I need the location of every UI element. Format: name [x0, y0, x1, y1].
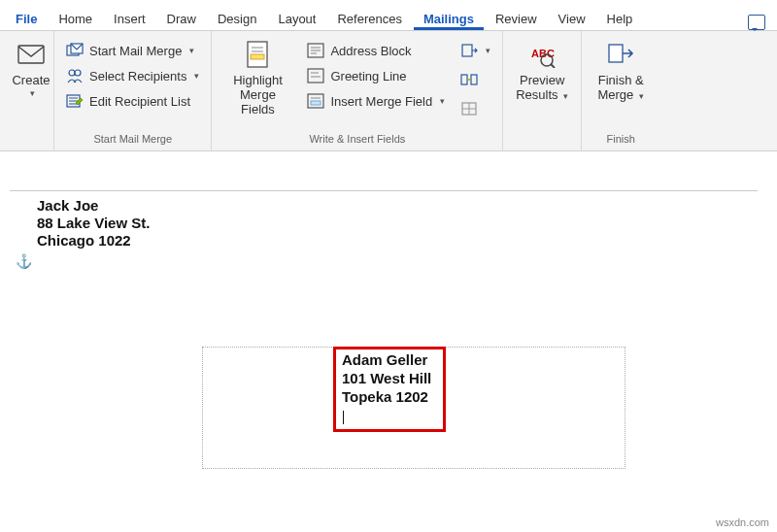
finish-label-2: Merge: [597, 87, 633, 102]
insert-field-icon: [307, 92, 324, 110]
rules-icon: [460, 42, 478, 59]
recipient-city: Topeka 1202: [342, 388, 437, 407]
envelopes-create-button[interactable]: Create ▾: [8, 35, 54, 102]
chevron-down-icon: ▾: [189, 46, 194, 55]
preview-icon: ABC: [526, 39, 557, 70]
document-canvas[interactable]: Jack Joe 88 Lake View St. Chicago 1022 ⚓…: [0, 151, 777, 532]
edit-recipient-list-button[interactable]: Edit Recipient List: [62, 89, 203, 113]
comments-icon[interactable]: [748, 15, 765, 30]
tab-references[interactable]: References: [327, 6, 411, 30]
group-label-start-merge: Start Mail Merge: [62, 131, 203, 149]
chevron-down-icon: ▾: [486, 46, 490, 55]
tab-strip: File Home Insert Draw Design Layout Refe…: [0, 0, 777, 31]
finish-icon: [605, 39, 636, 70]
update-labels-button[interactable]: [456, 97, 494, 120]
tab-mailings[interactable]: Mailings: [414, 6, 484, 30]
return-city: Chicago 1022: [37, 232, 150, 249]
group-label-finish: Finish: [590, 131, 652, 149]
preview-results-button[interactable]: ABC Preview Results ▾: [511, 35, 573, 107]
ribbon: Create ▾ Start Mail Merge ▾ Select Recip…: [0, 31, 777, 151]
create-label: Create: [12, 74, 50, 88]
tab-review[interactable]: Review: [486, 6, 547, 30]
finish-label-1: Finish &: [598, 74, 644, 88]
tab-insert[interactable]: Insert: [104, 6, 155, 30]
select-recipients-label: Select Recipients: [89, 69, 186, 83]
svg-rect-0: [18, 46, 44, 63]
edit-list-icon: [66, 92, 84, 110]
return-address[interactable]: Jack Joe 88 Lake View St. Chicago 1022: [37, 197, 150, 249]
watermark: wsxdn.com: [716, 516, 769, 528]
start-mail-merge-button[interactable]: Start Mail Merge ▾: [62, 39, 203, 62]
address-block-label: Address Block: [330, 44, 411, 58]
chevron-down-icon: ▾: [440, 96, 445, 106]
svg-rect-23: [462, 45, 472, 56]
edit-recipient-list-label: Edit Recipient List: [89, 94, 190, 109]
select-recipients-button[interactable]: Select Recipients ▾: [62, 64, 203, 87]
group-label-create: [8, 143, 46, 149]
svg-point-3: [69, 70, 75, 76]
greeting-line-label: Greeting Line: [330, 69, 406, 83]
text-cursor: [343, 411, 344, 424]
highlight-label-1: Highlight: [233, 74, 283, 88]
match-fields-icon: [460, 71, 478, 88]
recipient-address-frame[interactable]: Adam Geller 101 West Hill Topeka 1202: [202, 347, 625, 469]
insert-merge-field-label: Insert Merge Field: [330, 94, 432, 109]
address-block-button[interactable]: Address Block: [303, 39, 449, 62]
rules-button[interactable]: ▾: [456, 39, 494, 62]
recipient-address-highlight: Adam Geller 101 West Hill Topeka 1202: [333, 347, 446, 432]
envelope-icon: [16, 39, 47, 70]
return-name: Jack Joe: [37, 197, 150, 215]
update-labels-icon: [460, 100, 478, 117]
envelope: Jack Joe 88 Lake View St. Chicago 1022 ⚓…: [10, 190, 758, 491]
chevron-down-icon: ▾: [563, 91, 568, 101]
group-finish: Finish & Merge ▾ Finish: [582, 31, 659, 150]
group-label-preview: [511, 143, 573, 149]
recipient-name: Adam Geller: [342, 351, 437, 370]
highlight-icon: [242, 39, 273, 70]
group-create: Create ▾: [0, 31, 54, 150]
tab-home[interactable]: Home: [49, 6, 102, 30]
finish-merge-button[interactable]: Finish & Merge ▾: [590, 35, 652, 107]
svg-rect-32: [609, 45, 623, 62]
preview-label-1: Preview: [520, 74, 564, 88]
group-label-write-fields: Write & Insert Fields: [220, 131, 494, 149]
group-write-insert-fields: Highlight Merge Fields Address Block Gre…: [212, 31, 503, 150]
start-mail-merge-label: Start Mail Merge: [89, 44, 182, 58]
greeting-line-button[interactable]: Greeting Line: [303, 64, 449, 87]
svg-rect-17: [308, 69, 323, 83]
address-block-icon: [307, 42, 324, 59]
tab-file[interactable]: File: [6, 6, 47, 30]
insert-merge-field-button[interactable]: Insert Merge Field ▾: [303, 89, 449, 113]
chevron-down-icon: ▾: [639, 91, 644, 101]
recipient-street: 101 West Hill: [342, 370, 437, 388]
tab-design[interactable]: Design: [208, 6, 266, 30]
svg-rect-25: [471, 75, 477, 84]
svg-rect-22: [311, 101, 321, 105]
svg-rect-12: [251, 54, 264, 59]
match-fields-button[interactable]: [456, 68, 494, 91]
group-preview-results: ABC Preview Results ▾: [503, 31, 582, 150]
highlight-label-2: Merge Fields: [221, 88, 293, 117]
tab-draw[interactable]: Draw: [157, 6, 206, 30]
tab-layout[interactable]: Layout: [268, 6, 325, 30]
svg-line-31: [551, 64, 555, 68]
tab-help[interactable]: Help: [597, 6, 643, 30]
anchor-icon: ⚓: [16, 253, 32, 269]
greeting-icon: [307, 67, 324, 84]
group-start-mail-merge: Start Mail Merge ▾ Select Recipients ▾ E…: [54, 31, 212, 150]
svg-point-4: [75, 70, 81, 76]
tab-view[interactable]: View: [549, 6, 595, 30]
highlight-merge-fields-button[interactable]: Highlight Merge Fields: [220, 35, 295, 121]
svg-text:ABC: ABC: [531, 48, 555, 59]
preview-label-2: Results: [516, 87, 557, 102]
mail-merge-icon: [66, 42, 84, 59]
return-street: 88 Lake View St.: [37, 215, 150, 232]
recipients-icon: [66, 67, 84, 84]
chevron-down-icon: ▾: [30, 88, 35, 98]
svg-rect-24: [461, 75, 467, 84]
chevron-down-icon: ▾: [194, 71, 199, 81]
